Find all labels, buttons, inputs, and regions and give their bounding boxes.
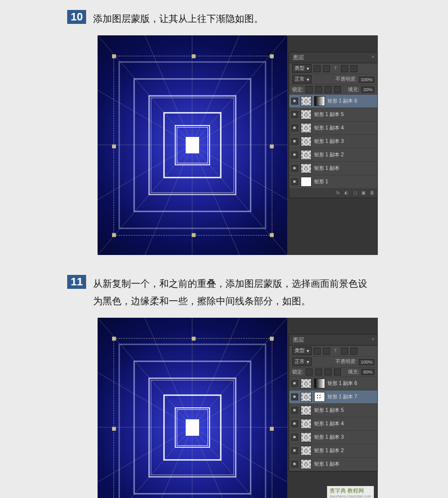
close-icon[interactable]: × — [372, 337, 374, 342]
layer-name: 矩形 1 副本 5 — [314, 407, 343, 414]
visibility-toggle[interactable] — [291, 98, 298, 105]
step-11: 11 从新复制一个，和之前的重叠，添加图层蒙版，选择画面前景色设为黑色，边缘柔和… — [0, 265, 448, 498]
layer-row[interactable]: 矩形 1 副本 6 — [289, 95, 377, 108]
layer-row[interactable]: 矩形 1 副本 3 — [289, 135, 377, 148]
blend-mode-dropdown[interactable]: 正常 ▾ — [292, 358, 312, 366]
layer-thumbnail[interactable] — [301, 405, 312, 415]
layers-list[interactable]: 矩形 1 副本 6矩形 1 副本 7矩形 1 副本 5矩形 1 副本 4矩形 1… — [289, 377, 377, 471]
layer-row[interactable]: 矩形 1 副本 7 — [289, 390, 377, 404]
canvas — [98, 35, 287, 255]
visibility-toggle[interactable] — [291, 434, 298, 441]
layer-name: 矩形 1 副本 3 — [314, 434, 343, 441]
layer-row[interactable]: 矩形 1 副本 6 — [289, 377, 377, 390]
layer-name: 矩形 1 副本 5 — [314, 111, 343, 118]
layer-thumbnail[interactable] — [301, 459, 312, 469]
step-text: 添加图层蒙版，让其从上往下渐隐如图。 — [93, 10, 263, 27]
visibility-toggle[interactable] — [291, 380, 298, 387]
layers-panel[interactable]: 图层× 类型 ▾ T 正常 ▾ 不透明度: 100% 锁定: 填充: 20% 矩… — [289, 52, 378, 198]
step-number: 11 — [67, 275, 86, 289]
fill-label: 填充: — [348, 369, 359, 375]
layer-thumbnail[interactable] — [301, 150, 312, 160]
layer-name: 矩形 1 副本 4 — [314, 124, 343, 131]
step-text: 从新复制一个，和之前的重叠，添加图层蒙版，选择画面前景色设为黑色，边缘柔和一些，… — [93, 275, 372, 310]
layer-row[interactable]: 矩形 1 副本 2 — [289, 148, 377, 162]
panel-title: 图层× — [289, 52, 377, 63]
opacity-label: 不透明度: — [336, 359, 357, 365]
layer-thumbnail[interactable] — [301, 136, 312, 146]
layer-row[interactable]: 矩形 1 副本 4 — [289, 417, 377, 431]
layer-name: 矩形 1 副本 — [314, 165, 339, 172]
lock-label: 锁定: — [292, 369, 304, 375]
opacity-value[interactable]: 100% — [359, 77, 374, 83]
blend-mode-dropdown[interactable]: 正常 ▾ — [292, 75, 312, 84]
layers-list[interactable]: 矩形 1 副本 6矩形 1 副本 5矩形 1 副本 4矩形 1 副本 3矩形 1… — [289, 95, 377, 189]
layers-panel[interactable]: 图层× 类型 ▾ T 正常 ▾ 不透明度: 100% 锁定: 填充: 60% 矩… — [289, 334, 378, 472]
visibility-toggle[interactable] — [291, 165, 298, 172]
lock-label: 锁定: — [292, 87, 304, 93]
visibility-toggle[interactable] — [291, 407, 298, 414]
layer-name: 矩形 1 — [314, 178, 328, 185]
kind-dropdown[interactable]: 类型 ▾ — [292, 64, 312, 73]
visibility-toggle[interactable] — [291, 393, 298, 400]
layer-thumbnail[interactable] — [301, 392, 312, 402]
layer-name: 矩形 1 副本 — [314, 461, 339, 468]
layer-row[interactable]: 矩形 1 — [289, 175, 377, 189]
layer-mask-thumbnail[interactable] — [314, 378, 325, 388]
step-number: 10 — [67, 10, 86, 24]
layer-row[interactable]: 矩形 1 副本 — [289, 162, 377, 175]
visibility-toggle[interactable] — [291, 461, 298, 468]
layer-row[interactable]: 矩形 1 副本 3 — [289, 431, 377, 444]
layer-thumbnail[interactable] — [301, 419, 312, 429]
visibility-toggle[interactable] — [291, 447, 298, 454]
layer-thumbnail[interactable] — [301, 378, 312, 388]
layer-thumbnail[interactable] — [301, 96, 312, 106]
layer-thumbnail[interactable] — [301, 432, 312, 442]
close-icon[interactable]: × — [372, 54, 374, 59]
layer-thumbnail[interactable] — [301, 446, 312, 456]
step-10: 10 添加图层蒙版，让其从上往下渐隐如图。 — [0, 0, 448, 255]
visibility-toggle[interactable] — [291, 178, 298, 185]
visibility-toggle[interactable] — [291, 151, 298, 158]
visibility-toggle[interactable] — [291, 124, 298, 131]
layer-name: 矩形 1 副本 4 — [314, 420, 343, 427]
layer-thumbnail[interactable] — [301, 163, 312, 173]
opacity-value[interactable]: 100% — [359, 359, 374, 365]
layer-mask-thumbnail[interactable] — [314, 392, 325, 402]
visibility-toggle[interactable] — [291, 111, 298, 118]
layer-name: 矩形 1 副本 2 — [314, 151, 343, 158]
illustration-10: 图层× 类型 ▾ T 正常 ▾ 不透明度: 100% 锁定: 填充: 20% 矩… — [98, 35, 378, 255]
fill-value[interactable]: 60% — [361, 369, 374, 375]
layer-name: 矩形 1 副本 3 — [314, 138, 343, 145]
canvas — [98, 318, 287, 498]
transform-bounding-box — [113, 56, 272, 236]
layer-name: 矩形 1 副本 6 — [328, 98, 357, 105]
panel-footer: fx◐◻▣🗑 — [289, 189, 377, 198]
fill-label: 填充: — [348, 87, 359, 93]
layer-row[interactable]: 矩形 1 副本 4 — [289, 122, 377, 135]
layer-mask-thumbnail[interactable] — [314, 96, 325, 106]
layer-name: 矩形 1 副本 2 — [314, 447, 343, 454]
layer-row[interactable]: 矩形 1 副本 2 — [289, 444, 377, 458]
opacity-label: 不透明度: — [336, 76, 357, 83]
layer-thumbnail[interactable] — [301, 110, 312, 120]
layer-row[interactable]: 矩形 1 副本 — [289, 458, 377, 471]
transform-bounding-box — [113, 338, 272, 498]
panel-title: 图层× — [289, 335, 377, 346]
illustration-11: 图层× 类型 ▾ T 正常 ▾ 不透明度: 100% 锁定: 填充: 60% 矩… — [98, 318, 378, 498]
visibility-toggle[interactable] — [291, 138, 298, 145]
watermark: 查字典 教程网jiaocheng.chazidian.com — [327, 486, 374, 498]
visibility-toggle[interactable] — [291, 420, 298, 427]
layer-name: 矩形 1 副本 6 — [328, 380, 357, 387]
layer-name: 矩形 1 副本 7 — [328, 393, 357, 400]
kind-dropdown[interactable]: 类型 ▾ — [292, 347, 312, 355]
layer-thumbnail[interactable] — [301, 177, 312, 187]
layer-row[interactable]: 矩形 1 副本 5 — [289, 404, 377, 417]
layer-row[interactable]: 矩形 1 副本 5 — [289, 108, 377, 122]
fill-value[interactable]: 20% — [361, 87, 374, 93]
layer-thumbnail[interactable] — [301, 123, 312, 133]
